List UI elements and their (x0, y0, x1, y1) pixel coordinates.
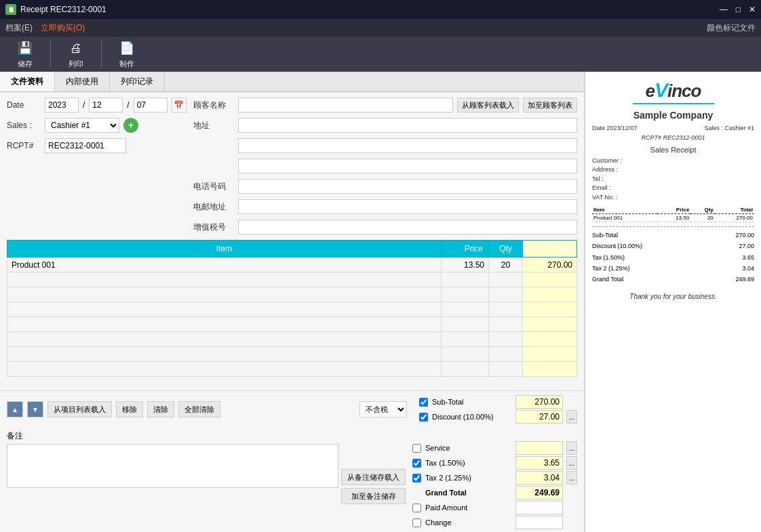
service-dots[interactable]: ... (566, 441, 577, 455)
change-label: Change (425, 518, 513, 527)
email-input[interactable] (238, 199, 577, 214)
cell-price[interactable] (442, 332, 489, 347)
cell-qty[interactable] (489, 362, 523, 377)
cell-price[interactable] (442, 362, 489, 377)
logo-inco: inco (667, 81, 701, 101)
tax1-checkbox[interactable] (412, 459, 421, 468)
notes-textarea[interactable] (7, 444, 338, 488)
vat-row: 增值税号 (193, 220, 577, 234)
cell-item[interactable] (7, 272, 442, 287)
date-year-input[interactable] (45, 98, 79, 112)
change-checkbox[interactable] (412, 518, 421, 527)
sales-select[interactable]: Cashier #1 (45, 118, 119, 133)
load-from-list-button[interactable]: 从顾客列表载入 (457, 98, 519, 112)
date-day-input[interactable] (134, 98, 168, 112)
tax1-dots[interactable]: ... (566, 456, 577, 470)
cell-total (523, 317, 577, 332)
date-label: Date (7, 100, 41, 110)
load-from-item-button[interactable]: 从项目列表载入 (47, 401, 112, 417)
preview-info: Customer : Address : Tel : Email : VAT N… (592, 157, 754, 203)
tax2-checkbox[interactable] (412, 474, 421, 483)
cell-qty[interactable]: 20 (489, 258, 523, 272)
grand-total-row: Grand Total 249.69 (412, 486, 577, 499)
cell-qty[interactable] (489, 272, 523, 287)
address-input-1[interactable] (238, 118, 577, 133)
address-input-2[interactable] (238, 138, 577, 153)
print-button[interactable]: 🖨 列印 (59, 36, 93, 72)
close-button[interactable]: ✕ (749, 5, 756, 14)
cell-price[interactable] (442, 347, 489, 362)
cell-price[interactable] (442, 302, 489, 317)
table-row[interactable] (7, 317, 577, 332)
tax2-dots[interactable]: ... (566, 471, 577, 485)
cell-price[interactable] (442, 317, 489, 332)
preview-sales-value: Sales : Cashier #1 (704, 123, 754, 133)
cell-price[interactable] (442, 287, 489, 302)
phone-input[interactable] (238, 179, 577, 194)
rcpt-input[interactable] (45, 138, 126, 153)
arrow-down-button[interactable]: ▼ (27, 401, 43, 417)
menu-bar-left: 档案(E) 立即购买(O) (5, 22, 85, 34)
table-row[interactable]: Product 001 13.50 20 270.00 (7, 258, 577, 272)
add-sales-button[interactable]: + (123, 118, 138, 133)
arrow-up-button[interactable]: ▲ (7, 401, 23, 417)
table-row[interactable] (7, 302, 577, 317)
save-notes-button[interactable]: 加至备注储存 (341, 488, 406, 504)
cell-item[interactable] (7, 362, 442, 377)
cell-price[interactable]: 13.50 (442, 258, 489, 272)
load-notes-button[interactable]: 从备注储存载入 (341, 469, 406, 485)
cell-item[interactable]: Product 001 (7, 258, 442, 272)
date-month-input[interactable] (89, 98, 123, 112)
service-checkbox[interactable] (412, 444, 421, 453)
address-input-3[interactable] (238, 159, 577, 173)
cell-item[interactable] (7, 302, 442, 317)
toolbar-divider-1 (50, 41, 51, 68)
cell-qty[interactable] (489, 302, 523, 317)
clear-all-button[interactable]: 全部清除 (178, 401, 220, 417)
table-row[interactable] (7, 272, 577, 287)
preview-cell-item: Product 001 (592, 214, 657, 222)
table-row[interactable] (7, 362, 577, 377)
cell-item[interactable] (7, 347, 442, 362)
menu-buy[interactable]: 立即购买(O) (41, 22, 85, 34)
cell-price[interactable] (442, 272, 489, 287)
email-row: 电邮地址 (193, 199, 577, 214)
subtotal-checkbox[interactable] (419, 398, 428, 407)
cell-item[interactable] (7, 332, 442, 347)
tab-print-log[interactable]: 列印记录 (110, 72, 165, 91)
clear-button[interactable]: 清除 (147, 401, 174, 417)
save-button[interactable]: 💾 储存 (8, 36, 42, 72)
cell-qty[interactable] (489, 317, 523, 332)
preview-table: Item Price Qty Total Product 001 13.50 2… (592, 206, 754, 222)
cell-qty[interactable] (489, 332, 523, 347)
cell-total: 270.00 (523, 258, 577, 272)
make-icon: 📄 (117, 39, 136, 58)
make-button[interactable]: 📄 制作 (110, 36, 144, 72)
add-to-list-button[interactable]: 加至顾客列表 (523, 98, 577, 112)
discount-dots[interactable]: ... (566, 410, 577, 424)
address-row: 地址 (193, 118, 577, 133)
preview-col-price: Price (657, 206, 690, 214)
maximize-button[interactable]: □ (736, 5, 741, 14)
form-area: Date / / 📅 Sales : Cashier #1 + (0, 92, 584, 240)
remove-button[interactable]: 移除 (116, 401, 143, 417)
menu-file[interactable]: 档案(E) (5, 22, 33, 34)
calendar-button[interactable]: 📅 (172, 98, 187, 112)
cell-item[interactable] (7, 287, 442, 302)
vat-input[interactable] (238, 220, 577, 234)
discount-checkbox[interactable] (419, 413, 428, 422)
tab-internal[interactable]: 内部使用 (55, 72, 110, 91)
customer-name-input[interactable] (238, 98, 453, 112)
table-row[interactable] (7, 332, 577, 347)
table-row[interactable] (7, 347, 577, 362)
minimize-button[interactable]: — (720, 5, 728, 14)
tax-select[interactable]: 不含税 (359, 401, 407, 417)
cell-qty[interactable] (489, 287, 523, 302)
tab-document[interactable]: 文件资料 (0, 72, 55, 91)
preview-subtotal-val: 270.00 (735, 230, 754, 241)
table-row[interactable] (7, 287, 577, 302)
preview-subtotal: Sub-Total 270.00 (592, 230, 754, 241)
cell-item[interactable] (7, 317, 442, 332)
cell-qty[interactable] (489, 347, 523, 362)
paid-amount-checkbox[interactable] (412, 504, 421, 512)
